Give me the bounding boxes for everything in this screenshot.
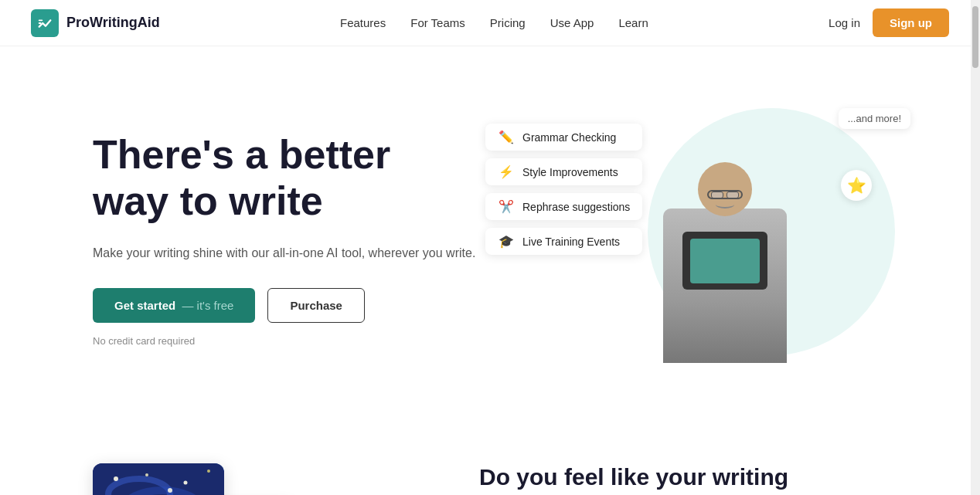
nav-for-teams[interactable]: For Teams [410,16,465,29]
svg-point-6 [184,481,188,485]
no-credit-text: No credit card required [93,335,495,347]
feature-chips: ✏️ Grammar Checking ⚡ Style Improvements… [485,124,642,255]
chip-training: 🎓 Live Training Events [485,228,642,255]
more-badge: ...and more! [839,108,910,129]
section-two-left: My idea in my head [93,463,417,495]
svg-point-8 [168,488,172,493]
painting-stack: My idea in my head [93,463,356,495]
section-two-title: Do you feel like your writing lets you d… [479,463,804,495]
nav-use-app[interactable]: Use App [550,16,594,29]
nav-learn[interactable]: Learn [618,16,648,29]
purchase-button[interactable]: Purchase [267,288,365,323]
signup-button[interactable]: Sign up [873,8,949,37]
svg-point-5 [145,473,148,476]
style-icon: ⚡ [498,164,515,179]
chip-style: ⚡ Style Improvements [485,158,642,185]
logo-icon [31,9,59,37]
nav-features[interactable]: Features [340,16,386,29]
rephrase-icon: ✂️ [498,199,515,214]
nav-pricing[interactable]: Pricing [490,16,526,29]
person-figure [648,116,802,363]
training-icon: 🎓 [498,234,515,249]
login-link[interactable]: Log in [829,16,860,29]
hero-illustration: ✏️ Grammar Checking ⚡ Style Improvements… [532,93,918,386]
hero-section: There's a better way to write Make your … [0,46,980,417]
grammar-icon: ✏️ [498,130,515,144]
chip-grammar: ✏️ Grammar Checking [485,124,642,151]
hero-left: There's a better way to write Make your … [93,132,495,346]
section-two: My idea in my head Do you feel like your… [0,417,980,495]
main-nav: Features For Teams Pricing Use App Learn [340,16,648,29]
header-actions: Log in Sign up [829,8,949,37]
scrollbar-thumb[interactable] [972,6,978,68]
star-badge: ⭐ [841,170,872,201]
painting-back [93,463,224,495]
logo-text: ProWritingAid [66,15,160,31]
logo[interactable]: ProWritingAid [31,9,160,37]
header: ProWritingAid Features For Teams Pricing… [0,0,980,46]
get-started-button[interactable]: Get started — it's free [93,288,255,323]
hero-cta: Get started — it's free Purchase [93,288,495,323]
hero-title: There's a better way to write [93,132,495,225]
hero-subtitle: Make your writing shine with our all-in-… [93,243,495,263]
svg-point-4 [114,476,118,481]
section-two-right: Do you feel like your writing lets you d… [479,463,804,495]
page-scrollbar[interactable] [971,0,980,495]
chip-rephrase: ✂️ Rephrase suggestions [485,193,642,220]
svg-point-7 [207,470,210,473]
